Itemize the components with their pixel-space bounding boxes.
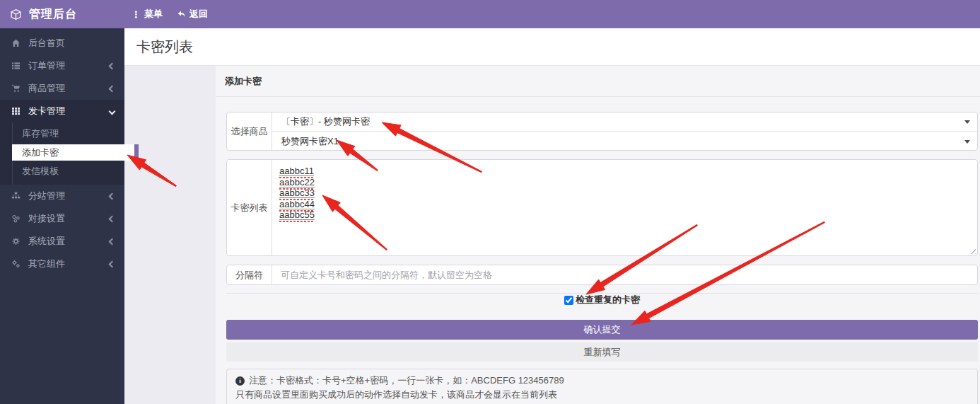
admin-page: 管理后台 ⋮ 菜单 返回 后台首页 (0, 0, 980, 404)
chevron-left-icon (109, 62, 116, 69)
sidebar: 后台首页 订单管理 商品管理 (0, 28, 124, 404)
sidebar-item-substation[interactable]: 分站管理 (0, 185, 124, 207)
note-line-2: 只有商品设置里面购买成功后的动作选择自动发卡，该商品才会显示在当前列表 (235, 388, 969, 402)
gears-icon (11, 260, 21, 269)
sidebar-item-orders[interactable]: 订单管理 (0, 54, 124, 77)
top-header: 管理后台 ⋮ 菜单 返回 (0, 0, 980, 28)
card-entry: aabbc55 (279, 210, 315, 220)
chevron-left-icon (109, 85, 116, 92)
duplicate-check-row: 检查重复的卡密 (226, 292, 978, 308)
sidebar-subitem-add-card[interactable]: 添加卡密 (12, 144, 139, 161)
separator-row: 分隔符 (226, 265, 978, 285)
sidebar-item-products[interactable]: 商品管理 (0, 77, 124, 100)
note-line-1: 注意：卡密格式：卡号+空格+密码，一行一张卡，如：ABCDEFG 1234567… (249, 374, 564, 388)
card-entry: aabbc22 (279, 178, 315, 187)
select-caret-icon (964, 140, 970, 144)
sidebar-item-api-settings[interactable]: 对接设置 (0, 207, 124, 230)
list-icon (11, 62, 21, 71)
card-entry: aabbc33 (279, 188, 315, 198)
sidebar-item-home[interactable]: 后台首页 (0, 32, 124, 54)
panel-header: 添加卡密 (216, 66, 980, 97)
card-list-row: 卡密列表 aabbc11 aabbc22 aabbc33 aabbc44 aab… (226, 159, 978, 256)
sidebar-item-system-settings[interactable]: 系统设置 (0, 230, 124, 253)
reply-arrow-icon (177, 10, 186, 18)
menu-button[interactable]: ⋮ 菜单 (132, 8, 163, 21)
card-list-label: 卡密列表 (227, 160, 272, 255)
card-entry: aabbc44 (279, 200, 315, 209)
sidebar-item-other-components[interactable]: 其它组件 (0, 253, 124, 275)
sku-select-value: 秒赞网卡密X1 (281, 135, 339, 148)
page-title: 卡密列表 (136, 37, 193, 57)
info-icon (235, 376, 245, 386)
duplicate-checkbox[interactable] (564, 296, 573, 305)
card-list-textarea[interactable]: aabbc11 aabbc22 aabbc33 aabbc44 aabbc55 (272, 160, 977, 255)
textarea-resize-handle[interactable] (969, 247, 976, 254)
reset-button[interactable]: 重新填写 (226, 342, 978, 362)
product-select-value: 〔卡密〕- 秒赞网卡密 (281, 115, 370, 128)
sidebar-subitem-stock[interactable]: 库存管理 (0, 125, 124, 143)
chevron-down-icon (109, 108, 116, 115)
card-entry: aabbc11 (279, 166, 314, 176)
select-product-label: 选择商品 (227, 112, 272, 150)
chevron-left-icon (109, 260, 116, 267)
cart-icon (11, 84, 21, 93)
note-box: 注意：卡密格式：卡号+空格+密码，一行一张卡，如：ABCDEFG 1234567… (226, 369, 978, 404)
duplicate-checkbox-label: 检查重复的卡密 (576, 294, 640, 306)
select-caret-icon (964, 120, 970, 124)
gear-icon (11, 237, 21, 246)
product-select[interactable]: 〔卡密〕- 秒赞网卡密 (272, 112, 977, 132)
chevron-left-icon (109, 192, 116, 200)
sidebar-item-card-management[interactable]: 发卡管理 (0, 100, 124, 122)
app-title: 管理后台 (29, 7, 77, 22)
sitemap-icon (11, 192, 21, 201)
ellipsis-v-icon: ⋮ (132, 10, 141, 19)
chevron-left-icon (109, 215, 116, 222)
home-icon (11, 39, 21, 48)
submit-button[interactable]: 确认提交 (226, 320, 978, 340)
separator-label: 分隔符 (227, 265, 272, 284)
cube-logo-icon (10, 8, 22, 21)
grid-icon (11, 107, 21, 116)
brand: 管理后台 (0, 7, 124, 22)
card-management-submenu: 库存管理 添加卡密 发信模板 (0, 122, 124, 185)
sku-select[interactable]: 秒赞网卡密X1 (272, 132, 977, 151)
title-bar: 卡密列表 (124, 28, 980, 66)
sidebar-subitem-mail-template[interactable]: 发信模板 (0, 162, 124, 180)
select-product-row: 选择商品 〔卡密〕- 秒赞网卡密 秒赞网卡密X1 (226, 112, 978, 151)
back-button[interactable]: 返回 (177, 8, 208, 21)
nodes-icon (11, 214, 21, 224)
separator-input[interactable] (272, 265, 976, 284)
chevron-left-icon (109, 238, 116, 245)
